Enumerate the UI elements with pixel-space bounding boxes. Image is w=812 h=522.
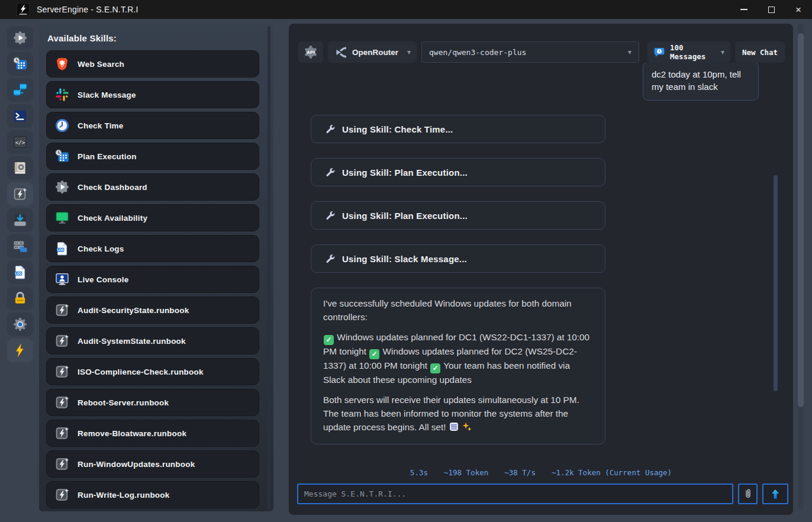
minimize-button[interactable] bbox=[730, 0, 758, 19]
openrouter-logo-icon bbox=[334, 45, 348, 59]
flash-sparkle-icon bbox=[54, 364, 70, 379]
attach-file-button[interactable] bbox=[738, 484, 758, 504]
skill-label: Check Time bbox=[78, 121, 124, 130]
model-dropdown[interactable]: qwen/qwen3-coder-plus ▾ bbox=[421, 41, 639, 63]
skill-reboot-server-runbook[interactable]: Reboot-Server.runbook bbox=[46, 389, 259, 416]
calendar-clock-icon bbox=[12, 56, 28, 72]
window-title: ServerEngine - S.E.N.T.R.I bbox=[37, 5, 138, 14]
api-settings-button[interactable]: API bbox=[298, 41, 323, 63]
skill-event-card: Using Skill: Slack Message... bbox=[311, 244, 605, 273]
skill-audit-systemstate-runbook[interactable]: Audit-SystemState.runbook bbox=[46, 327, 259, 355]
svg-text:</>: </> bbox=[15, 139, 25, 146]
provider-dropdown[interactable]: OpenRouter ▾ bbox=[328, 41, 417, 63]
lightning-icon bbox=[12, 343, 28, 358]
sidebar-scrollbar[interactable] bbox=[268, 26, 270, 509]
skill-event-list: Using Skill: Check Time...Using Skill: P… bbox=[311, 115, 769, 273]
slack-icon bbox=[54, 87, 70, 102]
rail-item-settings[interactable] bbox=[7, 312, 33, 336]
download-tray-icon bbox=[12, 212, 28, 228]
paperclip-icon bbox=[742, 488, 755, 501]
gear-blue-icon bbox=[12, 317, 28, 332]
close-icon: × bbox=[795, 5, 801, 15]
skill-run-windowupdates-runbook[interactable]: Run-WindowUpdates.runbook bbox=[46, 450, 259, 478]
maximize-button[interactable] bbox=[758, 0, 785, 19]
skill-label: Check Dashboard bbox=[78, 183, 147, 192]
rail-item-logs[interactable]: LOG bbox=[7, 260, 33, 284]
book-gear-icon bbox=[12, 160, 28, 176]
rail-item-credentials[interactable] bbox=[7, 286, 33, 310]
rail-item-code[interactable]: </> bbox=[7, 130, 33, 154]
wrench-icon bbox=[324, 253, 336, 265]
skill-slack-message[interactable]: Slack Message bbox=[46, 81, 259, 108]
skill-event-text: Using Skill: Check Time... bbox=[342, 124, 453, 134]
rail-item-download[interactable] bbox=[7, 208, 33, 232]
check-icon: ✓ bbox=[324, 335, 334, 345]
flash-sparkle-icon bbox=[54, 456, 70, 472]
server-folder-icon bbox=[12, 239, 28, 254]
skill-event-text: Using Skill: Plan Execution... bbox=[342, 167, 468, 178]
window-scrollbar[interactable] bbox=[798, 24, 804, 509]
skill-remove-bloatware-runbook[interactable]: Remove-Bloatware.runbook bbox=[46, 420, 259, 447]
rail-item-servers[interactable] bbox=[7, 234, 33, 258]
skill-label: Web Search bbox=[78, 60, 124, 69]
skill-event-card: Using Skill: Check Time... bbox=[311, 115, 605, 143]
clock-blue-icon bbox=[54, 118, 70, 133]
messages-count-dropdown[interactable]: 100 Messages ▾ bbox=[647, 41, 730, 63]
skill-check-logs[interactable]: LOGCheck Logs bbox=[46, 235, 259, 262]
flash-sparkle-icon bbox=[54, 302, 70, 318]
title-bar: ServerEngine - S.E.N.T.R.I × bbox=[0, 0, 812, 19]
skill-label: Audit-SystemState.runbook bbox=[78, 337, 186, 346]
skill-check-time[interactable]: Check Time bbox=[46, 112, 259, 139]
close-button[interactable]: × bbox=[785, 0, 812, 19]
rail-item-terminal[interactable] bbox=[7, 104, 33, 128]
skill-label: ISO-Complience-Check.runbook bbox=[78, 368, 204, 376]
wrench-icon bbox=[324, 167, 336, 178]
send-button[interactable] bbox=[762, 484, 788, 504]
calendar-emoji-icon bbox=[449, 421, 459, 432]
api-button-label: API bbox=[307, 50, 315, 55]
messages-count-label: 100 Messages bbox=[670, 43, 716, 61]
maximize-icon bbox=[768, 7, 775, 13]
skill-event-text: Using Skill: Slack Message... bbox=[342, 254, 467, 264]
rail-item-power[interactable] bbox=[7, 339, 33, 362]
skill-run-write-log-runbook[interactable]: Run-Write-Log.runbook bbox=[46, 481, 259, 508]
lock-icon bbox=[12, 291, 28, 306]
app-logo-icon bbox=[17, 3, 30, 16]
skill-web-search[interactable]: Web Search bbox=[46, 50, 259, 78]
chevron-down-icon: ▾ bbox=[628, 48, 631, 56]
model-label: qwen/qwen3-coder-plus bbox=[429, 48, 628, 57]
window-scrollbar-thumb[interactable] bbox=[798, 33, 804, 407]
rail-item-network-computers[interactable] bbox=[7, 78, 33, 102]
stat-item: ~1.2k Token (Current Usage) bbox=[552, 468, 672, 477]
skill-live-console[interactable]: Live Console bbox=[46, 266, 259, 293]
skill-iso-complience-check-runbook[interactable]: ISO-Complience-Check.runbook bbox=[46, 358, 259, 385]
composer bbox=[289, 484, 793, 515]
flash-sparkle-icon bbox=[54, 333, 70, 349]
skill-label: Plan Execution bbox=[78, 152, 137, 161]
rail-item-runbook-library[interactable] bbox=[7, 156, 33, 180]
app-surface: </>LOG Available Skills: Web SearchSlack… bbox=[0, 19, 812, 522]
chevron-down-icon: ▾ bbox=[407, 48, 411, 56]
check-icon: ✓ bbox=[430, 363, 440, 373]
chat-scrollbar-thumb[interactable] bbox=[774, 175, 778, 391]
chat-panel: API OpenRouter ▾ qwen/qwen3-coder-plus ▾… bbox=[289, 24, 793, 515]
sidebar-heading: Available Skills: bbox=[47, 33, 273, 43]
skill-plan-execution[interactable]: Plan Execution bbox=[46, 143, 259, 170]
rail-item-run-dashboard[interactable] bbox=[7, 26, 33, 50]
new-chat-button[interactable]: New Chat bbox=[735, 41, 785, 63]
skill-audit-securitystate-runbook[interactable]: Audit-SecurityState.runbook bbox=[46, 297, 259, 324]
chat-bubble-clock-icon bbox=[653, 46, 665, 58]
skills-sidebar: Available Skills: Web SearchSlack Messag… bbox=[39, 24, 273, 511]
network-computers-icon bbox=[12, 82, 28, 98]
skill-check-dashboard[interactable]: Check Dashboard bbox=[46, 173, 259, 201]
send-arrow-icon bbox=[769, 488, 782, 501]
message-input[interactable] bbox=[297, 484, 733, 504]
rail-item-plan-execution[interactable] bbox=[7, 52, 33, 76]
svg-text:LOG: LOG bbox=[57, 248, 64, 252]
skill-check-availability[interactable]: Check Availability bbox=[46, 204, 259, 231]
assistant-paragraph: ✓ Windows updates planned for DC1 (WS22-… bbox=[323, 331, 593, 387]
provider-label: OpenRouter bbox=[352, 48, 403, 57]
wrench-icon bbox=[324, 124, 336, 135]
terminal-icon bbox=[12, 108, 28, 124]
rail-item-runbook-flash[interactable] bbox=[7, 182, 33, 206]
